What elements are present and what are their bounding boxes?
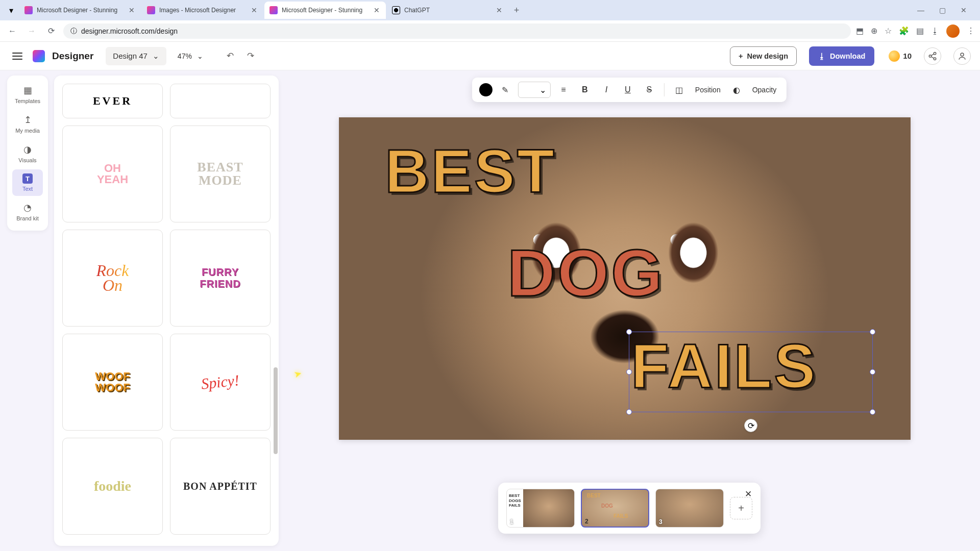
text-style-card[interactable]: foodie (62, 438, 163, 535)
chrome-menu-icon[interactable]: ⋮ (967, 26, 975, 36)
text-style-card[interactable] (170, 84, 271, 118)
text-style-preview: FURRY FRIEND (200, 266, 240, 290)
page-thumbnail-1[interactable]: BEST DOGS FAILS 1 (506, 489, 575, 528)
browser-tab-3[interactable]: ChatGPT ✕ (387, 2, 508, 19)
text-style-preview: Spicy! (200, 371, 240, 393)
close-tab-icon[interactable]: ✕ (495, 6, 503, 14)
extensions-icon[interactable]: 🧩 (899, 26, 909, 36)
reading-list-icon[interactable]: ▤ (916, 26, 924, 36)
svg-line-4 (931, 57, 934, 58)
close-window-icon[interactable]: ✕ (958, 6, 970, 14)
pages-strip: BEST DOGS FAILS 1 BEST DOG FAILS 2 3 + ✕ (498, 483, 761, 534)
text-style-card[interactable]: BON APPÉTIT (170, 438, 271, 535)
position-button[interactable]: Position (692, 86, 724, 94)
text-color-picker[interactable] (479, 83, 493, 96)
nav-reload-button[interactable]: ⟳ (44, 24, 58, 38)
nav-back-button[interactable]: ← (5, 24, 19, 38)
page-number: 1 (510, 518, 513, 525)
coins-value: 10 (903, 52, 912, 60)
rail-templates[interactable]: ▦ Templates (12, 81, 43, 108)
download-button[interactable]: ⭳ Download (809, 46, 874, 66)
edit-text-button[interactable]: ✎ (497, 81, 514, 98)
rail-label: Templates (15, 98, 40, 104)
install-app-icon[interactable]: ⬒ (856, 26, 864, 36)
tab-title: Microsoft Designer - Stunning (282, 7, 369, 14)
font-dropdown[interactable]: ⌄ (518, 82, 551, 98)
add-page-button[interactable]: + (730, 497, 752, 519)
zoom-dropdown[interactable]: 47% ⌄ (174, 52, 207, 60)
position-icon[interactable]: ◫ (671, 81, 688, 98)
rail-text[interactable]: T Text (12, 169, 43, 196)
browser-tab-1[interactable]: Images - Microsoft Designer ✕ (142, 2, 263, 19)
upload-icon: ↥ (22, 114, 33, 126)
text-style-card[interactable]: FURRY FRIEND (170, 230, 271, 327)
page-number: 2 (585, 518, 589, 525)
tab-search-dropdown[interactable]: ▾ (4, 3, 18, 17)
opacity-icon[interactable]: ◐ (728, 81, 745, 98)
text-style-card[interactable]: WOOF WOOF (62, 334, 163, 431)
redo-button[interactable]: ↷ (242, 47, 259, 65)
page-thumbnail-2[interactable]: BEST DOG FAILS 2 (581, 489, 649, 528)
rail-my-media[interactable]: ↥ My media (12, 110, 43, 138)
new-design-button[interactable]: + New design (730, 46, 797, 66)
downloads-icon[interactable]: ⭳ (931, 27, 939, 36)
window-controls: — ▢ ✕ (915, 6, 976, 14)
close-pages-strip-button[interactable]: ✕ (742, 488, 754, 500)
text-style-card[interactable]: OH YEAH (62, 126, 163, 222)
hamburger-menu-button[interactable] (9, 48, 26, 64)
undo-button[interactable]: ↶ (222, 47, 239, 65)
opacity-button[interactable]: Opacity (749, 86, 779, 94)
canvas-text-fails[interactable]: FAILS (631, 331, 818, 402)
maximize-window-icon[interactable]: ▢ (936, 6, 948, 14)
design-name-dropdown[interactable]: Design 47 ⌄ (106, 47, 166, 65)
text-style-preview: foodie (94, 478, 131, 494)
zoom-icon[interactable]: ⊕ (871, 26, 877, 36)
close-tab-icon[interactable]: ✕ (250, 6, 258, 14)
plus-icon: + (739, 52, 743, 60)
side-rail: ▦ Templates ↥ My media ◑ Visuals T Text … (7, 76, 48, 231)
italic-button[interactable]: I (598, 81, 615, 98)
rail-brand-kit[interactable]: ◔ Brand kit (12, 198, 43, 226)
app-name: Designer (52, 51, 93, 62)
canvas-text-dog[interactable]: DOG (507, 235, 665, 311)
design-canvas[interactable]: BEST DOG FAILS ⟳ (339, 117, 911, 440)
text-style-preview: BON APPÉTIT (183, 481, 257, 492)
designer-favicon-icon (270, 6, 278, 14)
underline-button[interactable]: U (619, 81, 636, 98)
account-button[interactable] (953, 47, 971, 65)
site-info-icon[interactable]: ⓘ (70, 27, 77, 36)
text-style-card[interactable]: Spicy! (170, 334, 271, 431)
close-tab-icon[interactable]: ✕ (373, 6, 381, 14)
svg-point-1 (929, 55, 932, 57)
coins-balance[interactable]: 10 (889, 51, 912, 62)
svg-point-2 (934, 58, 936, 60)
app-header: Designer Design 47 ⌄ 47% ⌄ ↶ ↷ + New des… (0, 42, 980, 70)
text-style-card[interactable]: Rock On (62, 230, 163, 327)
mouse-cursor-icon: ➤ (292, 367, 303, 380)
text-style-preview: WOOF WOOF (95, 371, 130, 393)
new-tab-button[interactable]: + (509, 3, 524, 17)
strikethrough-button[interactable]: S (641, 81, 658, 98)
rail-label: Visuals (18, 157, 36, 163)
url-input[interactable]: ⓘ designer.microsoft.com/design (63, 23, 851, 39)
page-thumbnail-3[interactable]: 3 (655, 489, 724, 528)
rail-visuals[interactable]: ◑ Visuals (12, 140, 43, 167)
nav-forward-button[interactable]: → (24, 24, 39, 38)
align-button[interactable]: ≡ (555, 81, 572, 98)
share-button[interactable] (924, 47, 941, 65)
browser-tab-2[interactable]: Microsoft Designer - Stunning ✕ (264, 2, 386, 19)
text-style-preview: Rock On (96, 263, 129, 293)
download-label: Download (830, 52, 865, 60)
bold-button[interactable]: B (576, 81, 594, 98)
text-style-card[interactable]: EVER (62, 84, 163, 118)
close-tab-icon[interactable]: ✕ (128, 6, 136, 14)
panel-scrollbar[interactable] (274, 367, 278, 454)
browser-tab-strip: ▾ Microsoft Designer - Stunning ✕ Images… (0, 0, 980, 20)
minimize-window-icon[interactable]: — (915, 6, 927, 14)
browser-tab-0[interactable]: Microsoft Designer - Stunning ✕ (19, 2, 141, 19)
text-style-preview: OH YEAH (97, 163, 128, 185)
canvas-text-best[interactable]: BEST (385, 136, 556, 206)
text-style-card[interactable]: BEAST MODE (170, 126, 271, 222)
profile-avatar-icon[interactable] (946, 24, 960, 38)
bookmark-icon[interactable]: ☆ (885, 26, 892, 36)
